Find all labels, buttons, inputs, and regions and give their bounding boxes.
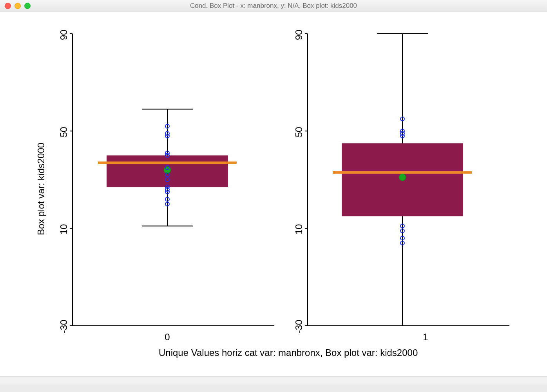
ytick-label: -30 <box>58 319 69 334</box>
minimize-icon[interactable] <box>14 3 21 9</box>
x-axis-label: Unique Values horiz cat var: manbronx, B… <box>159 347 418 358</box>
right-mean-dot <box>399 174 406 181</box>
ytick-label: -30 <box>293 319 304 334</box>
y-axis-label: Box plot var: kids2000 <box>36 125 47 235</box>
zoom-icon[interactable] <box>24 3 31 9</box>
bottom-strip <box>0 376 547 385</box>
ytick-label: 90 <box>293 29 304 41</box>
ytick-label: 90 <box>58 29 69 41</box>
plot-canvas: -30 10 50 90 -30 10 50 90 Box plot var: … <box>0 12 547 385</box>
xtick-label: 0 <box>159 332 175 343</box>
window-titlebar: Cond. Box Plot - x: manbronx, y: N/A, Bo… <box>0 0 547 12</box>
window-title: Cond. Box Plot - x: manbronx, y: N/A, Bo… <box>0 2 547 10</box>
ytick-label: 50 <box>58 126 69 138</box>
close-icon[interactable] <box>5 3 11 9</box>
ytick-label: 10 <box>58 223 69 235</box>
ytick-label: 50 <box>293 126 304 138</box>
traffic-lights <box>0 3 31 9</box>
plot-svg <box>0 12 547 385</box>
ytick-label: 10 <box>293 223 304 235</box>
xtick-label: 1 <box>418 332 433 343</box>
left-mean-dot <box>164 167 171 174</box>
